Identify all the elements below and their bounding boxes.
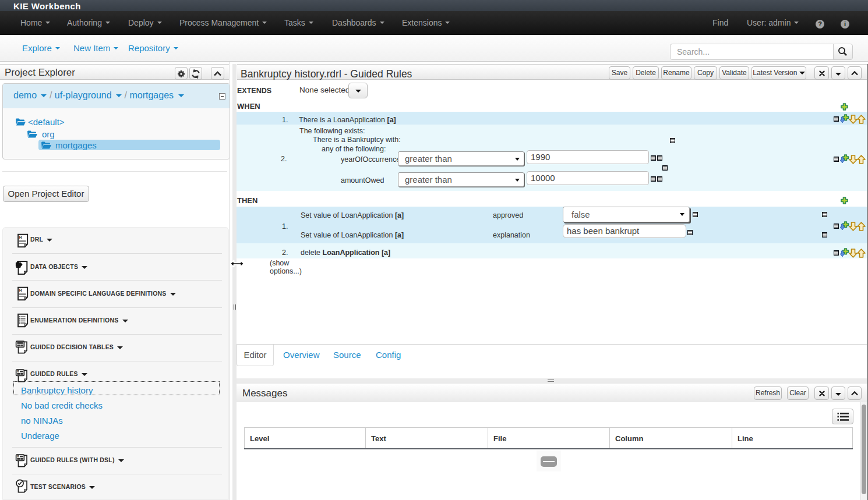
svg-text:R: R [17, 455, 19, 458]
svg-text:R: R [19, 288, 22, 293]
svg-text:R: R [17, 370, 19, 373]
svg-text:R: R [19, 235, 22, 240]
